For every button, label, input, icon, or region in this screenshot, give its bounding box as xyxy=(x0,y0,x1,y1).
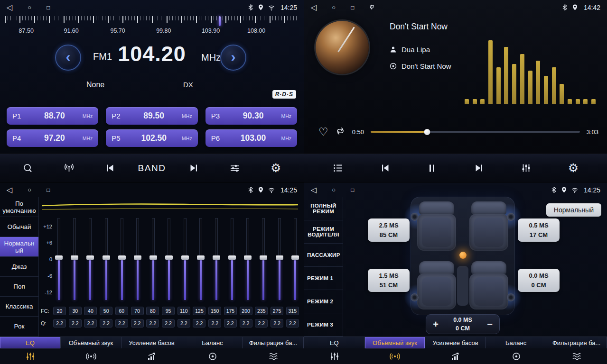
preset-button[interactable]: P4 97.20 MHz xyxy=(7,129,98,147)
eq-preset-item[interactable]: Нормальный xyxy=(0,237,38,257)
audio-tab[interactable]: Фильтрация ба... xyxy=(243,337,304,348)
delay-increase-button[interactable]: + xyxy=(426,319,445,330)
eq-band-slider[interactable] xyxy=(55,218,63,300)
frequency-scale[interactable] xyxy=(5,16,299,27)
bass-boost-icon[interactable] xyxy=(121,352,182,361)
home-icon[interactable]: ○ xyxy=(332,4,336,10)
audio-settings-button[interactable] xyxy=(222,158,248,178)
preset-button[interactable]: P5 102.50 MHz xyxy=(106,129,197,147)
sound-mode-item[interactable]: РЕЖИМ ВОДИТЕЛЯ xyxy=(304,220,343,244)
slider-handle[interactable] xyxy=(118,255,126,260)
eq-band-slider[interactable] xyxy=(134,218,141,300)
sound-mode-item[interactable]: ПАССАЖИР xyxy=(304,244,343,267)
back-icon[interactable]: ◁ xyxy=(311,4,317,11)
progress-thumb[interactable] xyxy=(424,129,430,135)
prev-station-button[interactable] xyxy=(97,158,123,178)
delay-decrease-button[interactable]: − xyxy=(480,319,499,330)
surround-speaker-icon[interactable] xyxy=(365,352,426,361)
equalizer-button[interactable] xyxy=(513,158,540,178)
filter-icon[interactable] xyxy=(546,352,607,361)
back-icon[interactable]: ◁ xyxy=(7,186,12,194)
prev-track-button[interactable] xyxy=(372,158,398,178)
surround-speaker-icon[interactable] xyxy=(61,352,121,361)
slider-handle[interactable] xyxy=(55,255,63,260)
eq-band-slider[interactable] xyxy=(103,218,110,300)
listening-position-dot[interactable] xyxy=(459,252,467,259)
eq-preset-item[interactable]: Джаз xyxy=(0,257,38,277)
slider-handle[interactable] xyxy=(244,255,252,260)
slider-handle[interactable] xyxy=(165,255,173,260)
balance-icon[interactable] xyxy=(486,352,547,361)
eq-band-slider[interactable] xyxy=(213,218,220,300)
tune-up-button[interactable]: › xyxy=(220,45,246,71)
audio-tab[interactable]: Баланс xyxy=(182,337,243,348)
sound-mode-item[interactable]: РЕЖИМ 1 xyxy=(304,267,343,290)
back-icon[interactable]: ◁ xyxy=(7,4,12,11)
eq-band-slider[interactable] xyxy=(244,218,252,300)
preset-button[interactable]: P1 88.70 MHz xyxy=(7,107,98,125)
bass-boost-icon[interactable] xyxy=(425,352,486,361)
balance-icon[interactable] xyxy=(182,352,243,361)
eq-sliders-icon[interactable] xyxy=(0,352,61,361)
eq-preset-item[interactable]: Обычай xyxy=(0,217,38,237)
eq-band-slider[interactable] xyxy=(118,218,126,300)
sound-mode-item[interactable]: ПОЛНЫЙ РЕЖИМ xyxy=(304,197,343,220)
preset-button[interactable]: P2 89.50 MHz xyxy=(106,107,197,125)
eq-sliders-icon[interactable] xyxy=(304,352,365,361)
audio-tab[interactable]: Усиление басов xyxy=(425,337,486,348)
eq-band-slider[interactable] xyxy=(291,218,299,300)
recents-icon[interactable]: □ xyxy=(47,5,50,10)
sound-mode-item[interactable]: РЕЖИМ 2 xyxy=(304,290,343,313)
delay-rear-left[interactable]: 1.5 MS 51 CM xyxy=(368,269,410,292)
slider-handle[interactable] xyxy=(276,255,283,260)
frequency-pointer[interactable] xyxy=(219,16,221,26)
eq-band-slider[interactable] xyxy=(71,218,78,300)
eq-preset-item[interactable]: Рок xyxy=(0,317,38,337)
slider-handle[interactable] xyxy=(181,255,189,260)
eq-band-slider[interactable] xyxy=(86,218,94,300)
slider-handle[interactable] xyxy=(291,255,299,260)
delay-front-left[interactable]: 2.5 MS 85 CM xyxy=(368,218,410,242)
home-icon[interactable]: ○ xyxy=(332,187,336,193)
delay-rear-right[interactable]: 0.0 MS 0 CM xyxy=(518,269,560,292)
delay-front-right[interactable]: 0.5 MS 17 CM xyxy=(518,218,560,242)
eq-band-slider[interactable] xyxy=(260,218,267,300)
slider-handle[interactable] xyxy=(71,255,78,260)
pause-button[interactable] xyxy=(419,158,445,178)
home-icon[interactable]: ○ xyxy=(28,4,31,10)
eq-preset-item[interactable]: Поп xyxy=(0,277,38,297)
eq-band-slider[interactable] xyxy=(149,218,157,300)
audio-tab[interactable]: EQ xyxy=(304,337,365,348)
slider-handle[interactable] xyxy=(260,255,267,260)
sf-preset-button[interactable]: Нормальный xyxy=(546,203,601,217)
eq-band-slider[interactable] xyxy=(228,218,236,300)
eq-band-slider[interactable] xyxy=(276,218,283,300)
preset-button[interactable]: P3 90.30 MHz xyxy=(205,107,297,125)
slider-handle[interactable] xyxy=(134,255,141,260)
home-icon[interactable]: ○ xyxy=(28,187,31,193)
audio-tab[interactable]: Объёмный звук xyxy=(61,337,121,348)
playlist-button[interactable] xyxy=(325,158,351,178)
tune-down-button[interactable]: ‹ xyxy=(55,45,81,71)
progress-bar[interactable] xyxy=(371,131,580,133)
repeat-button[interactable] xyxy=(335,127,346,137)
band-button[interactable]: BAND xyxy=(138,158,166,178)
slider-handle[interactable] xyxy=(213,255,220,260)
slider-handle[interactable] xyxy=(197,255,205,260)
audio-tab[interactable]: Объёмный звук xyxy=(365,337,426,348)
audio-tab[interactable]: EQ xyxy=(0,337,61,348)
audio-tab[interactable]: Усиление басов xyxy=(121,337,182,348)
recents-icon[interactable]: □ xyxy=(47,187,50,193)
back-icon[interactable]: ◁ xyxy=(311,186,317,194)
eq-band-slider[interactable] xyxy=(165,218,173,300)
slider-handle[interactable] xyxy=(228,255,236,260)
next-track-button[interactable] xyxy=(466,158,493,178)
broadcast-button[interactable] xyxy=(56,158,82,178)
settings-button[interactable]: ⚙ xyxy=(262,158,289,178)
audio-tab[interactable]: Баланс xyxy=(486,337,547,348)
eq-preset-item[interactable]: Классика xyxy=(0,297,38,317)
audio-tab[interactable]: Фильтрация ба... xyxy=(546,337,607,348)
filter-icon[interactable] xyxy=(243,352,304,361)
next-station-button[interactable] xyxy=(180,158,207,178)
slider-handle[interactable] xyxy=(149,255,157,260)
